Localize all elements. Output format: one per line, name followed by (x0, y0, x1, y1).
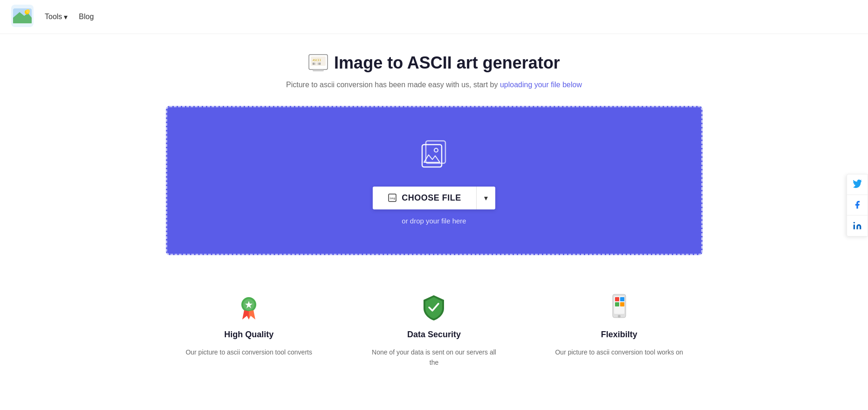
features-section: High Quality Our picture to ascii conver… (166, 283, 703, 377)
facebook-button[interactable] (847, 195, 868, 215)
svg-point-23 (618, 315, 621, 318)
social-sidebar (847, 174, 868, 236)
high-quality-icon (234, 292, 264, 322)
feature-data-security-desc: None of your data is sent on our servers… (369, 347, 499, 368)
feature-flexibility: Flexibilty Our picture to ascii conversi… (536, 292, 702, 368)
chevron-down-icon: ▾ (64, 13, 68, 21)
feature-data-security-title: Data Security (407, 330, 461, 340)
svg-text:▓▒░ ░▒▓: ▓▒░ ░▒▓ (313, 63, 321, 65)
linkedin-button[interactable] (847, 215, 868, 236)
choose-file-dropdown-button[interactable]: ▾ (477, 187, 495, 209)
feature-flexibility-desc: Our picture to ascii conversion tool wor… (555, 347, 683, 357)
hero-title-container: ASCII ▓▒░ ░▒▓ Image to ASCII art generat… (166, 53, 703, 73)
data-security-icon (419, 292, 449, 322)
page-title: Image to ASCII art generator (334, 53, 560, 73)
upload-icon (416, 136, 453, 175)
svg-text:img: img (390, 196, 395, 200)
upload-link[interactable]: uploading your file below (500, 81, 582, 89)
choose-file-container: img CHOOSE FILE ▾ (373, 187, 495, 209)
main-content: ASCII ▓▒░ ░▒▓ Image to ASCII art generat… (155, 34, 714, 396)
svg-point-4 (26, 9, 30, 13)
upload-dropzone[interactable]: img CHOOSE FILE ▾ or drop your file here (166, 106, 703, 255)
tools-nav-link[interactable]: Tools ▾ (45, 13, 68, 21)
linkedin-icon (853, 221, 862, 230)
svg-rect-21 (615, 302, 619, 306)
feature-high-quality-desc: Our picture to ascii conversion tool con… (185, 347, 312, 357)
svg-rect-20 (620, 297, 624, 301)
flexibility-icon (604, 292, 634, 322)
blog-nav-link[interactable]: Blog (79, 13, 94, 21)
chevron-down-icon: ▾ (484, 194, 488, 202)
hero-section: ASCII ▓▒░ ░▒▓ Image to ASCII art generat… (166, 53, 703, 91)
choose-file-button[interactable]: img CHOOSE FILE (373, 187, 476, 209)
feature-high-quality: High Quality Our picture to ascii conver… (166, 292, 332, 368)
svg-rect-19 (615, 297, 619, 301)
navbar: Tools ▾ Blog (0, 0, 868, 34)
logo[interactable] (11, 5, 45, 29)
facebook-icon (853, 200, 862, 209)
file-upload-icon: img (388, 193, 397, 202)
twitter-icon (853, 180, 862, 189)
feature-data-security: Data Security None of your data is sent … (351, 292, 517, 368)
twitter-button[interactable] (847, 174, 868, 195)
feature-flexibility-title: Flexibilty (601, 330, 637, 340)
svg-rect-9 (313, 69, 324, 71)
svg-rect-22 (620, 302, 624, 306)
svg-point-12 (434, 148, 438, 152)
navbar-links: Tools ▾ Blog (45, 13, 94, 21)
hero-subtitle: Picture to ascii conversion has been mad… (166, 79, 703, 91)
svg-point-24 (854, 222, 855, 223)
feature-high-quality-title: High Quality (224, 330, 273, 340)
drop-hint-text: or drop your file here (402, 217, 466, 225)
ascii-icon: ASCII ▓▒░ ░▒▓ (308, 53, 328, 73)
svg-text:ASCII: ASCII (313, 58, 321, 62)
